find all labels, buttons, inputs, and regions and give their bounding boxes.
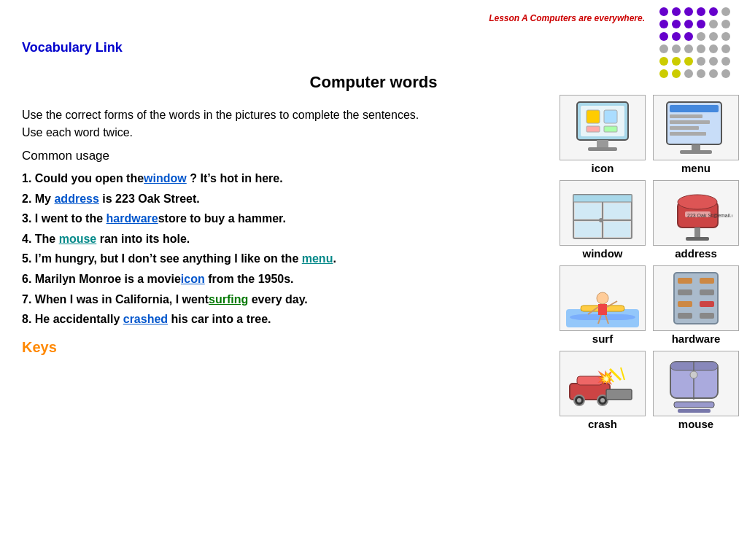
svg-rect-6 <box>597 140 608 147</box>
image-card-surf: surf <box>559 265 646 345</box>
svg-line-58 <box>621 368 624 380</box>
svg-rect-64 <box>674 402 714 408</box>
dot-3 <box>697 7 705 16</box>
dot-24 <box>659 57 668 66</box>
dot-26 <box>684 57 693 66</box>
dot-35 <box>721 69 730 78</box>
svg-rect-65 <box>678 409 711 413</box>
svg-rect-45 <box>678 301 692 307</box>
sentence-number: 6. <box>22 273 31 285</box>
image-row-0: icon menu <box>543 95 740 174</box>
sentence-text: store to buy a hammer. <box>158 212 286 225</box>
svg-point-24 <box>599 218 603 222</box>
svg-rect-55 <box>606 389 632 400</box>
dot-5 <box>721 7 730 16</box>
vocab-word: crashed <box>123 313 168 325</box>
dot-10 <box>709 20 718 28</box>
svg-rect-22 <box>575 222 601 237</box>
dot-11 <box>721 20 730 28</box>
vocab-word: window <box>144 172 187 184</box>
dot-4 <box>709 7 718 16</box>
image-card-mouse: mouse <box>652 351 740 430</box>
vocab-word: address <box>54 192 98 205</box>
vocab-word: surfing <box>209 293 248 306</box>
sentence-text: I’m hungry, but I don’t see anything I l… <box>31 252 301 265</box>
dot-28 <box>709 57 718 66</box>
image-box-address: 223 Oak St@email.com <box>653 180 739 246</box>
sentence-number: 8. <box>22 313 31 325</box>
dot-12 <box>659 32 668 41</box>
image-row-3: 💥 crash mouse <box>543 351 740 430</box>
sentence-text: When I was in California, I went <box>31 293 209 306</box>
dot-16 <box>709 32 718 41</box>
vocab-word: icon <box>181 273 205 285</box>
dot-30 <box>659 69 668 78</box>
image-row-2: surf hardware <box>543 265 740 345</box>
dot-14 <box>684 32 693 41</box>
dot-0 <box>659 7 668 16</box>
svg-rect-15 <box>680 150 712 154</box>
image-card-hardware: hardware <box>652 265 740 345</box>
image-label-mouse: mouse <box>678 418 713 430</box>
sentence-5: 5. I’m hungry, but I don’t see anything … <box>22 249 547 268</box>
sentence-4: 4. The mouse ran into its hole. <box>22 230 547 249</box>
image-box-menu <box>653 95 739 160</box>
dot-8 <box>684 20 693 28</box>
svg-rect-46 <box>700 301 714 307</box>
image-label-menu: menu <box>681 162 711 174</box>
svg-rect-29 <box>694 228 700 238</box>
svg-rect-9 <box>670 105 719 112</box>
lesson-label: Lesson A Computers are everywhere. <box>489 13 645 23</box>
svg-rect-47 <box>678 313 692 319</box>
sentence-text: is 223 Oak Street. <box>99 192 200 205</box>
svg-rect-12 <box>670 126 699 130</box>
sentence-2: 2. My address is 223 Oak Street. <box>22 190 547 209</box>
svg-rect-23 <box>604 222 630 237</box>
sentence-text: ? It’s hot in here. <box>187 172 283 184</box>
sentence-text: Marilyn Monroe is a movie <box>31 273 181 285</box>
image-card-address: 223 Oak St@email.com address <box>652 180 740 260</box>
svg-rect-21 <box>604 203 630 219</box>
svg-rect-5 <box>604 126 617 132</box>
svg-rect-30 <box>686 237 709 241</box>
sentences-container: 1. Could you open thewindow ? It’s hot i… <box>22 169 547 329</box>
svg-rect-3 <box>604 110 617 123</box>
svg-rect-20 <box>575 203 601 219</box>
image-box-icon <box>560 95 646 160</box>
sentence-text: My <box>31 192 54 205</box>
dot-20 <box>684 44 693 53</box>
svg-rect-44 <box>700 289 714 295</box>
dot-7 <box>672 20 681 28</box>
svg-rect-17 <box>573 195 632 202</box>
dot-17 <box>721 32 730 41</box>
vocab-word: hardware <box>107 212 158 225</box>
keys-link[interactable]: Keys <box>22 339 57 356</box>
svg-point-26 <box>678 195 717 209</box>
sentence-text: Could you open the <box>31 172 144 184</box>
image-grid: icon menu window 223 Oak St@email.com ad… <box>543 95 740 436</box>
dot-9 <box>697 20 705 28</box>
svg-point-63 <box>690 371 697 378</box>
sentence-7: 7. When I was in California, I wentsurfi… <box>22 290 547 309</box>
dot-18 <box>659 44 668 53</box>
dot-29 <box>721 57 730 66</box>
image-card-crash: 💥 crash <box>559 351 646 430</box>
sentence-8: 8. He accidentally crashed his car into … <box>22 310 547 329</box>
sentence-text: ran into its hole. <box>96 233 190 245</box>
dot-19 <box>672 44 681 53</box>
svg-text:223 Oak St@email.com: 223 Oak St@email.com <box>687 213 732 218</box>
image-label-icon: icon <box>592 162 614 174</box>
svg-rect-42 <box>700 278 714 284</box>
dot-31 <box>672 69 681 78</box>
vocab-word: menu <box>302 252 333 265</box>
image-label-hardware: hardware <box>672 332 721 345</box>
sentence-number: 4. <box>22 233 31 245</box>
dot-1 <box>672 7 681 16</box>
svg-rect-11 <box>670 120 710 124</box>
sentence-number: 7. <box>22 293 31 306</box>
svg-rect-7 <box>588 147 617 151</box>
page: Lesson A Computers are everywhere. Vocab… <box>0 0 747 560</box>
svg-rect-35 <box>598 304 607 315</box>
svg-point-34 <box>597 292 608 304</box>
svg-rect-32 <box>570 314 635 320</box>
